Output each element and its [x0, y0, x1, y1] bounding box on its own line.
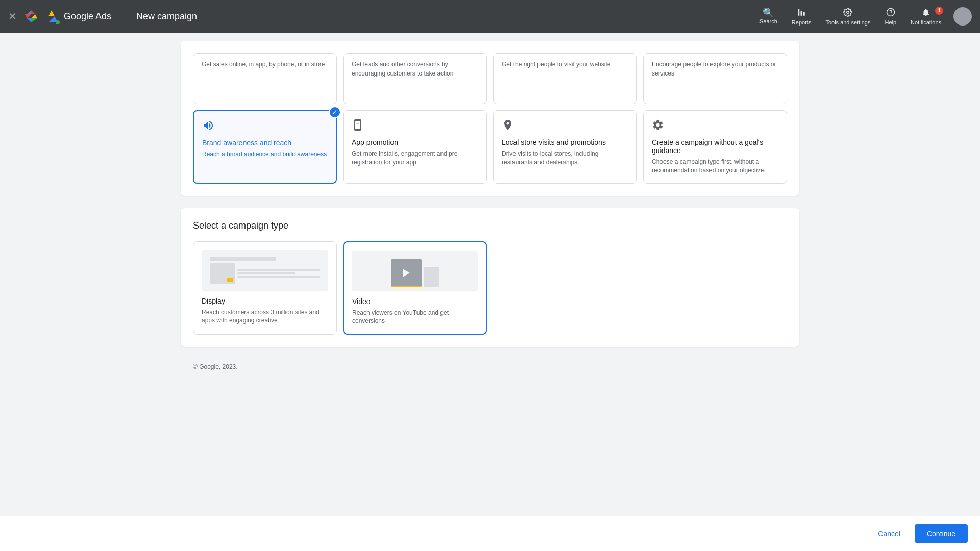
logo: Google Ads — [23, 8, 111, 24]
video-main-preview — [391, 259, 422, 287]
local-store-title: Local store visits and promotions — [502, 138, 628, 146]
leads-truncated-text: Get leads and other conversions by encou… — [352, 61, 453, 77]
display-desc: Reach customers across 3 million sites a… — [202, 308, 328, 325]
tools-button[interactable]: Tools and settings — [819, 4, 876, 30]
app-header: ✕ Google Ads New campaign 🔍 Search — [0, 0, 980, 33]
svg-rect-3 — [801, 11, 802, 16]
search-icon: 🔍 — [763, 8, 774, 17]
app-promotion-icon — [352, 119, 478, 134]
page-title: New campaign — [136, 11, 197, 22]
notifications-label: Notifications — [911, 19, 941, 26]
header-actions: 🔍 Search Reports Tools and settings Help — [753, 4, 972, 30]
cancel-button[interactable]: Cancel — [870, 525, 909, 542]
brand-awareness-title: Brand awareness and reach — [202, 139, 328, 147]
campaign-type-section: Select a campaign type — [181, 208, 799, 347]
display-title: Display — [202, 297, 328, 305]
app-promotion-desc: Get more installs, engagement and pre-re… — [352, 149, 478, 167]
no-goal-desc: Choose a campaign type first, without a … — [652, 158, 778, 175]
video-progress-bar — [391, 286, 422, 287]
dp-line-3 — [237, 276, 320, 278]
local-store-icon — [502, 119, 628, 134]
search-button[interactable]: 🔍 Search — [753, 4, 783, 29]
goal-card-local-store[interactable]: Local store visits and promotions Drive … — [493, 110, 637, 184]
reports-label: Reports — [792, 19, 812, 26]
main-content: Get sales online, in app, by phone, or i… — [0, 0, 980, 551]
dp-line-2 — [237, 272, 295, 274]
header-divider — [128, 8, 128, 24]
sales-truncated-text: Get sales online, in app, by phone, or i… — [202, 61, 325, 68]
dp-header-line — [210, 257, 276, 261]
reports-icon — [797, 8, 806, 18]
dp-line-1 — [237, 269, 320, 271]
tools-label: Tools and settings — [825, 19, 870, 26]
video-preview — [352, 251, 478, 291]
truncated-goal-cards: Get sales online, in app, by phone, or i… — [193, 53, 787, 104]
no-goal-title: Create a campaign without a goal's guida… — [652, 138, 778, 155]
app-promotion-title: App promotion — [352, 138, 478, 146]
brand-awareness-desc: Reach a broad audience and build awarene… — [202, 150, 328, 159]
goal-card-leads-truncated[interactable]: Get leads and other conversions by encou… — [343, 53, 487, 104]
notifications-button[interactable]: 1 Notifications — [904, 4, 947, 30]
brand-name: Google Ads — [64, 11, 111, 22]
goal-cards-grid: ✓ Brand awareness and reach Reach a broa… — [193, 110, 787, 184]
copyright-text: © Google, 2023. — [181, 359, 799, 411]
dp-content-row — [210, 263, 320, 284]
close-button[interactable]: ✕ — [8, 10, 17, 22]
campaign-type-title: Select a campaign type — [193, 220, 787, 231]
notifications-icon — [921, 8, 930, 18]
continue-button[interactable]: Continue — [915, 524, 968, 543]
content-area: Get sales online, in app, by phone, or i… — [168, 41, 812, 432]
display-preview — [202, 250, 328, 291]
video-play-icon — [403, 269, 410, 277]
help-icon — [886, 8, 895, 18]
goal-card-no-goal[interactable]: Create a campaign without a goal's guida… — [643, 110, 787, 184]
no-goal-icon — [652, 119, 778, 134]
type-card-video[interactable]: Video Reach viewers on YouTube and get c… — [343, 241, 487, 335]
goal-card-traffic-truncated[interactable]: Get the right people to visit your websi… — [493, 53, 637, 104]
svg-rect-4 — [803, 12, 805, 16]
brand-awareness-icon — [202, 119, 328, 135]
reports-button[interactable]: Reports — [786, 4, 818, 30]
type-card-display[interactable]: Display Reach customers across 3 million… — [193, 241, 337, 335]
search-label: Search — [760, 18, 777, 24]
tools-icon — [843, 8, 852, 18]
help-button[interactable]: Help — [878, 4, 902, 30]
video-title: Video — [352, 297, 478, 306]
help-label: Help — [885, 19, 896, 26]
svg-point-1 — [56, 20, 60, 24]
selected-check-icon: ✓ — [329, 106, 341, 118]
local-store-desc: Drive visits to local stores, including … — [502, 149, 628, 167]
campaign-goal-section: Get sales online, in app, by phone, or i… — [181, 41, 799, 196]
goal-card-brand-awareness[interactable]: ✓ Brand awareness and reach Reach a broa… — [193, 110, 337, 184]
goal-card-sales-truncated[interactable]: Get sales online, in app, by phone, or i… — [193, 53, 337, 104]
svg-rect-2 — [798, 9, 799, 16]
avatar[interactable] — [953, 7, 972, 26]
footer-bar: Cancel Continue — [0, 516, 980, 551]
goal-card-consideration-truncated[interactable]: Encourage people to explore your product… — [643, 53, 787, 104]
traffic-truncated-text: Get the right people to visit your websi… — [502, 61, 610, 68]
goal-card-app-promotion[interactable]: App promotion Get more installs, engagem… — [343, 110, 487, 184]
video-desc: Reach viewers on YouTube and get convers… — [352, 309, 478, 326]
notification-badge: 1 — [935, 7, 943, 15]
consideration-truncated-text: Encourage people to explore your product… — [652, 61, 776, 77]
svg-point-5 — [847, 11, 849, 13]
campaign-type-grid: Display Reach customers across 3 million… — [193, 241, 787, 335]
dp-text-lines — [237, 269, 320, 278]
video-side-preview — [424, 267, 439, 287]
dp-image-placeholder — [210, 263, 235, 284]
